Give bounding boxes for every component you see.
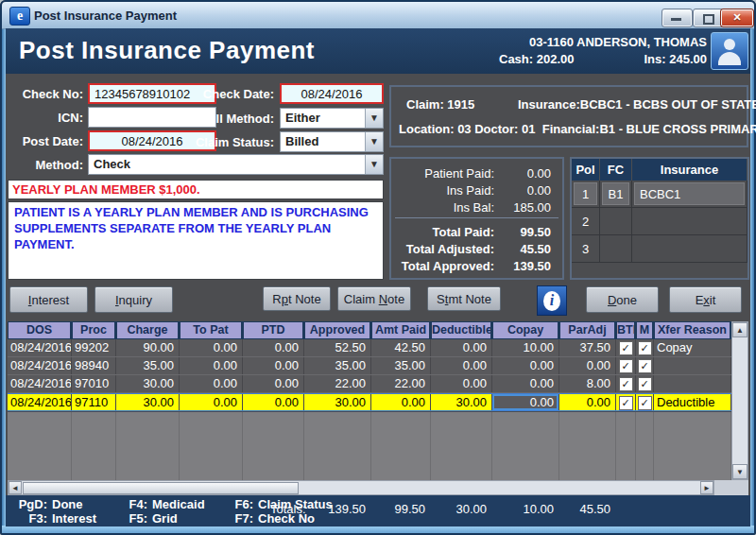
policy-fc[interactable] [600,235,632,262]
chevron-down-icon[interactable]: ▼ [365,109,383,128]
scroll-left-icon[interactable]: ◄ [9,481,22,494]
cell-dos[interactable]: 08/24/2016 [8,394,72,410]
policy-fc[interactable] [600,208,632,234]
minimize-button[interactable] [662,9,693,27]
patient-avatar-icon[interactable] [711,32,748,70]
cell-proc[interactable]: 98940 [72,357,116,374]
bti-checkbox[interactable]: ✓ [619,359,633,373]
cell-copay[interactable]: 0.00 [492,375,559,392]
cell-deductible[interactable]: 0.00 [431,357,492,374]
m-checkbox[interactable]: ✓ [638,341,652,355]
cell-charge[interactable]: 30.00 [116,375,180,392]
cell-copay[interactable]: 10.00 [492,339,559,356]
cell-to-pat[interactable]: 0.00 [180,339,243,356]
m-checkbox[interactable]: ✓ [638,359,652,373]
cell-paradj[interactable]: 37.50 [559,339,616,356]
close-button[interactable]: ✕ [720,9,754,27]
scrollbar-thumb[interactable] [23,482,299,494]
info-button[interactable]: i [537,285,567,316]
cell-m[interactable]: ✓ [636,394,654,410]
scroll-right-icon[interactable]: ► [700,481,713,494]
cell-to-pat[interactable]: 0.00 [180,357,243,374]
cell-ptd[interactable]: 0.00 [243,357,304,374]
cell-bti[interactable]: ✓ [616,339,636,356]
cell-amt-paid[interactable]: 35.00 [371,357,431,374]
policy-fc[interactable]: B1 [600,181,632,207]
cell-amt-paid[interactable]: 42.50 [371,339,431,356]
policy-row-1[interactable]: 2 [572,208,747,235]
policy-insurance[interactable] [632,208,747,234]
cell-deductible[interactable]: 0.00 [431,339,492,356]
cell-charge[interactable]: 30.00 [116,394,180,410]
cell-bti[interactable]: ✓ [616,394,636,410]
cell-amt-paid[interactable]: 0.00 [371,394,431,410]
cell-copay[interactable]: 0.00 [492,394,559,410]
patient-note-box[interactable]: PATIENT IS A YEARLY PLAN MEMBER AND IS P… [8,201,384,280]
cell-paradj[interactable]: 0.00 [559,394,616,410]
bti-checkbox[interactable]: ✓ [619,341,633,355]
cell-deductible[interactable]: 30.00 [431,394,492,410]
policy-pol[interactable]: 1 [572,181,600,207]
cell-paradj[interactable]: 8.00 [559,375,616,392]
stmt-note-button[interactable]: Stmt Note [427,286,501,311]
cell-to-pat[interactable]: 0.00 [180,375,243,392]
cell-ptd[interactable]: 0.00 [243,394,304,410]
rpt-note-button[interactable]: Rpt Note [263,286,331,311]
cell-paradj[interactable]: 0.00 [559,357,616,374]
grid-row-2[interactable]: 08/24/20169701030.000.000.0022.0022.000.… [8,375,731,393]
cell-bti[interactable]: ✓ [616,357,636,374]
cell-dos[interactable]: 08/24/2016 [8,357,72,374]
scroll-up-icon[interactable]: ▲ [732,322,747,337]
cell-bti[interactable]: ✓ [616,375,636,392]
cell-approved[interactable]: 30.00 [304,394,371,410]
m-checkbox[interactable]: ✓ [638,377,652,391]
bti-checkbox[interactable]: ✓ [619,377,633,391]
claim-status-select[interactable]: Billed ▼ [280,131,384,152]
policy-pol[interactable]: 3 [572,235,600,262]
cell-deductible[interactable]: 0.00 [431,375,492,392]
cell-dos[interactable]: 08/24/2016 [8,375,72,392]
policy-insurance[interactable]: BCBC1 [632,181,747,207]
policy-insurance[interactable] [632,235,747,262]
claim-note-button[interactable]: Claim Note [337,286,411,311]
cell-proc[interactable]: 97110 [72,394,116,410]
m-checkbox[interactable]: ✓ [638,396,652,410]
interest-button[interactable]: Interest [9,286,88,313]
scroll-down-icon[interactable]: ▼ [732,464,747,479]
cell-m[interactable]: ✓ [636,339,654,356]
grid-row-1[interactable]: 08/24/20169894035.000.000.0035.0035.000.… [8,357,731,375]
cell-xfer-reason[interactable] [654,357,731,374]
policy-row-2[interactable]: 3 [572,235,747,263]
cell-approved[interactable]: 35.00 [304,357,371,374]
done-button[interactable]: Done [586,286,659,313]
cell-ptd[interactable]: 0.00 [243,375,304,392]
grid-row-0[interactable]: 08/24/20169920290.000.000.0052.5042.500.… [8,339,731,357]
cell-charge[interactable]: 35.00 [116,357,180,374]
check-date-input[interactable] [280,83,384,104]
cell-copay[interactable]: 0.00 [492,357,559,374]
cell-xfer-reason[interactable]: Deductible [654,394,731,410]
vertical-scrollbar[interactable]: ▲ ▼ [731,321,748,480]
cell-dos[interactable]: 08/24/2016 [8,339,72,356]
chevron-down-icon[interactable]: ▼ [365,155,383,174]
chevron-down-icon[interactable]: ▼ [365,132,383,151]
horizontal-scrollbar[interactable]: ◄ ► [8,480,714,495]
cell-to-pat[interactable]: 0.00 [180,394,243,410]
exit-button[interactable]: Exit [669,286,742,313]
cell-ptd[interactable]: 0.00 [243,339,304,356]
cell-xfer-reason[interactable] [654,375,731,392]
grid-row-3[interactable]: 08/24/20169711030.000.000.0030.000.0030.… [8,393,731,411]
cell-m[interactable]: ✓ [636,357,654,374]
cell-charge[interactable]: 90.00 [116,339,180,356]
cell-xfer-reason[interactable]: Copay [654,339,731,356]
bill-method-select[interactable]: Either ▼ [280,108,384,129]
policy-row-0[interactable]: 1B1BCBC1 [572,181,747,208]
cell-approved[interactable]: 22.00 [304,375,371,392]
inquiry-button[interactable]: Inquiry [94,286,173,313]
cell-proc[interactable]: 99202 [72,339,116,356]
policy-pol[interactable]: 2 [572,208,600,234]
cell-proc[interactable]: 97010 [72,375,116,392]
method-select[interactable]: Check ▼ [88,154,384,175]
cell-amt-paid[interactable]: 22.00 [371,375,431,392]
cell-m[interactable]: ✓ [636,375,654,392]
